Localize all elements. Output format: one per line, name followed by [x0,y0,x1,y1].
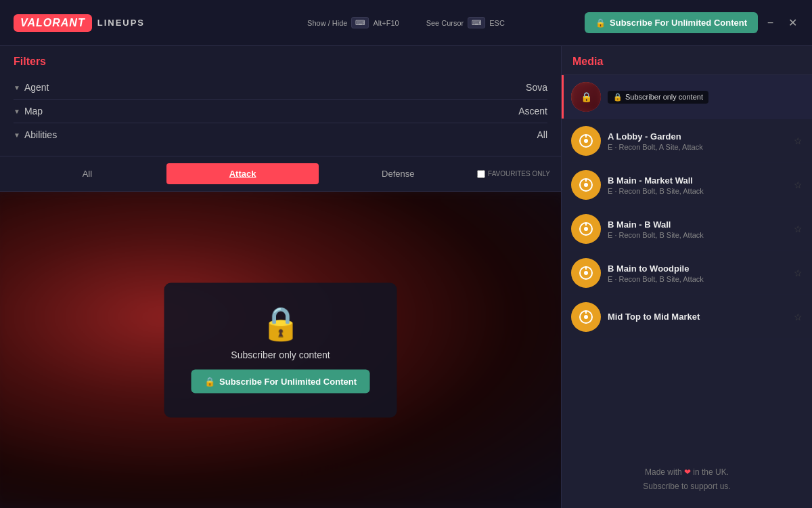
see-cursor-key: ESC [489,19,505,27]
favourites-checkbox-input[interactable] [477,170,485,178]
keyboard-icon-cursor: ⌨ [468,17,485,28]
subscriber-overlay: 🔒 Subscriber only content 🔒 Subscribe Fo… [164,282,397,417]
main-layout: Filters ▼ Agent Sova ▼ Map Ascent ▼ Abil… [0,46,812,508]
lock-icon-badge: 🔒 [613,93,623,102]
subscriber-badge: 🔒 Subscriber only content [608,91,708,104]
favourites-label: FAVOURITES ONLY [488,170,550,178]
media-item-1[interactable]: A Lobby - Garden E · Recon Bolt, A Site,… [562,119,812,163]
media-thumb-subscriber: 🔒 [571,82,601,112]
filters-title: Filters [14,56,547,68]
media-item-4[interactable]: B Main to Woodpile E · Recon Bolt, B Sit… [562,251,812,295]
media-sub-3: E · Recon Bolt, B Site, Attack [608,231,787,239]
media-name-2: B Main - Market Wall [608,175,787,186]
media-thumb-icon-3 [571,214,601,244]
footer-line1: Made with ❤ in the UK. [572,465,801,480]
valorant-logo: VALORANT [14,14,92,32]
subscribe-button-header[interactable]: 🔒 Subscribe For Unlimited Content [585,12,758,33]
favourites-checkbox[interactable]: FAVOURITES ONLY [477,170,550,178]
keyboard-icon-show-hide: ⌨ [351,17,369,28]
star-icon-3[interactable]: ☆ [794,224,803,234]
show-hide-shortcut: Show / Hide ⌨ Alt+F10 [307,17,399,28]
media-item-2[interactable]: B Main - Market Wall E · Recon Bolt, B S… [562,163,812,207]
media-sub-2: E · Recon Bolt, B Site, Attack [608,187,787,195]
minimize-button[interactable]: − [763,14,777,32]
abilities-filter-label-container: ▼ Abilities [14,129,57,140]
media-item-5[interactable]: Mid Top to Mid Market ☆ [562,295,812,339]
star-icon-1[interactable]: ☆ [794,135,803,146]
window-controls: − ✕ [763,14,801,32]
map-chevron-icon: ▼ [14,108,20,115]
right-panel: Media 🔒 🔒 Subscriber only content [562,46,812,508]
map-filter-row: ▼ Map Ascent [14,100,547,123]
selected-marker [562,75,564,119]
thumb-overlay-lock: 🔒 [571,82,601,112]
agent-filter-label-container: ▼ Agent [14,82,49,93]
svg-point-4 [584,183,588,187]
lineups-text: LINEUPS [97,18,145,28]
logo-container: VALORANT LINEUPS [14,14,145,32]
titlebar: VALORANT LINEUPS Show / Hide ⌨ Alt+F10 S… [0,0,812,46]
media-name-4: B Main to Woodpile [608,263,787,274]
media-info-3: B Main - B Wall E · Recon Bolt, B Site, … [608,219,787,239]
media-info-1: A Lobby - Garden E · Recon Bolt, A Site,… [608,131,787,151]
see-cursor-shortcut: See Cursor ⌨ ESC [426,17,505,28]
subscribe-button-overlay[interactable]: 🔒 Subscribe For Unlimited Content [191,369,370,393]
close-button[interactable]: ✕ [784,14,801,32]
agent-filter-row: ▼ Agent Sova [14,76,547,100]
subscribe-btn-label-header: Subscribe For Unlimited Content [610,18,747,28]
svg-point-13 [584,315,588,319]
media-sub-1: E · Recon Bolt, A Site, Attack [608,143,787,151]
media-name-1: A Lobby - Garden [608,131,787,142]
agent-filter-value: Sova [526,82,547,93]
abilities-filter-label: Abilities [24,129,57,140]
filters-section: Filters ▼ Agent Sova ▼ Map Ascent ▼ Abil… [0,46,561,156]
show-hide-key: Alt+F10 [373,19,399,27]
titlebar-shortcuts: Show / Hide ⌨ Alt+F10 See Cursor ⌨ ESC [307,17,505,28]
star-icon-2[interactable]: ☆ [794,179,803,190]
map-filter-label-container: ▼ Map [14,106,43,117]
media-item-3[interactable]: B Main - B Wall E · Recon Bolt, B Site, … [562,207,812,251]
subscriber-only-text: Subscriber only content [231,349,330,360]
lock-icon-overlay: 🔒 [204,376,215,386]
abilities-filter-value: All [537,129,547,140]
abilities-chevron-icon: ▼ [14,131,20,139]
see-cursor-label: See Cursor [426,19,464,27]
svg-point-7 [584,227,588,231]
subscriber-badge-text: Subscriber only content [625,93,703,101]
tab-all[interactable]: All [11,163,164,184]
abilities-filter-row: ▼ Abilities All [14,123,547,146]
media-thumb-icon-2 [571,170,601,200]
map-filter-value: Ascent [518,106,547,117]
content-area: 🔒 Subscriber only content 🔒 Subscribe Fo… [0,192,561,508]
media-thumb-icon-4 [571,258,601,288]
media-name-3: B Main - B Wall [608,219,787,230]
left-panel: Filters ▼ Agent Sova ▼ Map Ascent ▼ Abil… [0,46,562,508]
agent-chevron-icon: ▼ [14,84,20,91]
footer-line2: Subscribe to support us. [572,480,801,494]
media-name-5: Mid Top to Mid Market [608,312,787,322]
lock-icon-header: 🔒 [595,18,606,28]
map-filter-label: Map [24,106,43,117]
footer: Made with ❤ in the UK. Subscribe to supp… [562,452,812,508]
tab-defense[interactable]: Defense [321,163,474,184]
lock-icon-large: 🔒 [261,307,301,339]
svg-point-10 [584,271,588,275]
media-info-2: B Main - Market Wall E · Recon Bolt, B S… [608,175,787,195]
media-list: 🔒 🔒 Subscriber only content A L [562,75,812,452]
subscribe-overlay-label: Subscribe For Unlimited Content [219,376,357,386]
show-hide-label: Show / Hide [307,19,347,27]
media-thumb-icon-5 [571,302,601,332]
media-sub-4: E · Recon Bolt, B Site, Attack [608,275,787,283]
svg-point-1 [584,139,588,143]
star-icon-5[interactable]: ☆ [794,312,803,322]
media-info-5: Mid Top to Mid Market [608,312,787,323]
heart-icon: ❤ [684,467,691,477]
tab-attack[interactable]: Attack [166,163,319,184]
star-icon-4[interactable]: ☆ [794,268,803,278]
media-info-4: B Main to Woodpile E · Recon Bolt, B Sit… [608,263,787,283]
tab-bar: All Attack Defense FAVOURITES ONLY [0,156,561,192]
media-title: Media [562,46,812,75]
media-item-subscriber[interactable]: 🔒 🔒 Subscriber only content [562,75,812,119]
agent-filter-label: Agent [24,82,49,93]
media-thumb-icon-1 [571,126,601,156]
